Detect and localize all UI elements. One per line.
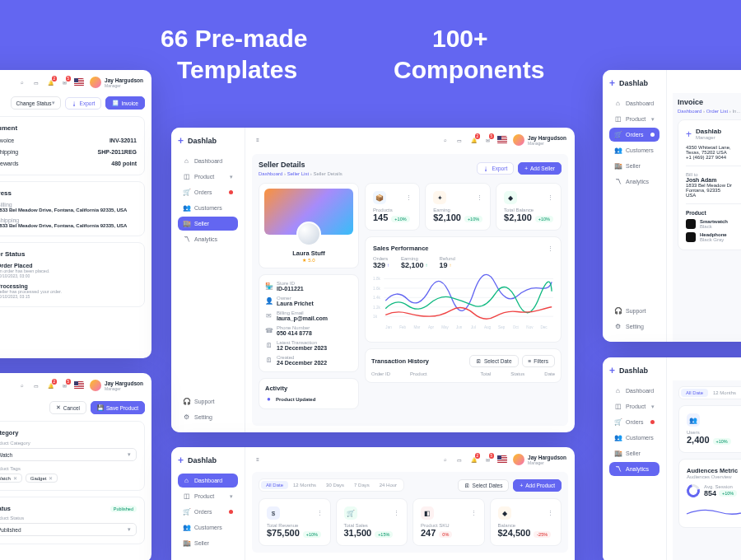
nav-orders[interactable]: 🛒Orders	[178, 505, 238, 519]
nav-orders[interactable]: 🛒Orders	[609, 415, 659, 429]
sales-performance-card: Sales Performance⋮ Orders329↑ Earning$2,…	[365, 236, 562, 343]
svg-text:1.8k: 1.8k	[373, 277, 381, 281]
search-icon[interactable]: ⌕	[18, 381, 26, 390]
calendar-icon[interactable]: ▭	[32, 78, 40, 86]
nav-seller[interactable]: 🏬Seller	[178, 217, 238, 231]
date-tabs[interactable]: All Date 12 Months 3...	[678, 386, 741, 399]
export-button[interactable]: ⭳ Export	[477, 162, 514, 175]
svg-text:Nov: Nov	[526, 325, 534, 329]
nav-product[interactable]: ◫Product▾	[178, 170, 238, 184]
nav-support[interactable]: 🎧Support	[178, 394, 238, 408]
svg-text:Apr: Apr	[428, 325, 435, 329]
search-icon[interactable]: ⌕	[18, 78, 26, 86]
inbox-icon[interactable]: ✉5	[60, 78, 68, 86]
nav-setting[interactable]: ⚙Setting	[609, 320, 659, 334]
save-product-button[interactable]: 💾 Save Product	[91, 401, 145, 414]
svg-text:Aug: Aug	[484, 325, 492, 329]
select-date-button[interactable]: 🗓 Select Date	[469, 355, 519, 367]
add-seller-button[interactable]: + Add Seller	[518, 162, 562, 175]
nav-analytics[interactable]: 〽Analytics	[609, 462, 659, 476]
nav-dashboard[interactable]: ⌂Dashboard	[178, 474, 238, 488]
brand[interactable]: +Dashlab	[178, 136, 238, 146]
inbox-icon[interactable]: ✉5	[60, 381, 68, 390]
nav-dashboard[interactable]: ⌂Dashboard	[178, 154, 238, 168]
stat-sales: 🛒⋮ Total Sales 31,500+15%	[336, 498, 408, 546]
audience-metrics-card: Audiences Metric Audiences Overview Avg.…	[678, 459, 741, 528]
user-menu[interactable]: Jay HargudsonManager	[90, 77, 143, 88]
transaction-history-card: Transaction History 🗓 Select Date ≡ Filt…	[365, 348, 562, 383]
nav-analytics[interactable]: 〽Analytics	[178, 232, 238, 246]
menu-icon[interactable]: ≡	[254, 455, 262, 464]
nav-dashboard[interactable]: ⌂Dashboard	[609, 96, 659, 110]
activity-card: Activity ●Product Updated	[259, 378, 359, 409]
nav-customers[interactable]: 👥Customers	[178, 201, 238, 215]
breadcrumb[interactable]: Dashboard › Order List › In...	[678, 109, 741, 114]
add-product-button[interactable]: + Add Product	[513, 479, 562, 492]
nav-customers[interactable]: 👥Customers	[609, 143, 659, 157]
nav-product[interactable]: ◫Product▾	[609, 112, 659, 126]
menu-icon[interactable]: ≡	[254, 136, 262, 144]
nav-setting[interactable]: ⚙Setting	[178, 410, 238, 424]
nav-analytics[interactable]: 〽Analytics	[609, 175, 659, 189]
panel-analytics: +Dashlab ⌂Dashboard ◫Product▾ 🛒Orders 👥C…	[603, 357, 741, 560]
svg-text:Feb: Feb	[399, 325, 406, 329]
nav-customers[interactable]: 👥Customers	[178, 520, 238, 534]
inbox-icon[interactable]: ✉5	[483, 136, 492, 144]
stat-sku: ◧⋮ Product SKU 2470%	[412, 498, 485, 546]
hero-left-bot: Templates	[177, 56, 297, 84]
document-card: Document 🧾InvoiceINV-32011 🚚ShippingSHP-…	[0, 116, 145, 175]
flag-icon[interactable]	[74, 78, 84, 86]
tag[interactable]: Gadget ✕	[26, 474, 58, 483]
svg-text:Jan: Jan	[385, 325, 392, 329]
user-menu[interactable]: Jay HargudsonManager	[513, 134, 566, 146]
tag[interactable]: Watch ✕	[0, 474, 22, 483]
svg-text:Sep: Sep	[498, 325, 506, 329]
nav-orders[interactable]: 🛒Orders	[609, 128, 659, 142]
svg-text:1.2k: 1.2k	[373, 306, 381, 310]
bell-icon[interactable]: 🔔2	[46, 78, 54, 86]
change-status-select[interactable]: Change Status ▾	[11, 96, 61, 110]
users-card: 👥⋮ Users 2,400+10%	[678, 405, 741, 453]
breadcrumb[interactable]: Dashboard › Seller List › Seller Details	[259, 171, 343, 176]
inbox-icon[interactable]: ✉5	[483, 455, 492, 464]
calendar-icon[interactable]: ▭	[32, 381, 40, 390]
status-card: StatusPublished Product Status Published…	[0, 497, 145, 544]
invoice-item: SmartwatchBlack	[686, 219, 741, 229]
search-icon[interactable]: ⌕	[441, 136, 450, 144]
svg-text:Jun: Jun	[456, 325, 463, 329]
nav-seller[interactable]: 🏬Seller	[178, 536, 238, 550]
filters-button[interactable]: ≡ Filters	[522, 355, 556, 367]
svg-text:Jul: Jul	[471, 325, 476, 329]
status-select[interactable]: Published▾	[0, 523, 137, 536]
stat-balance: ◆⋮ Balance $24,500-25%	[490, 498, 562, 546]
seller-info-card: 🏪Store IDID-011221 👤OwnerLaura Prichet ✉…	[259, 274, 359, 372]
bell-icon[interactable]: 🔔2	[469, 136, 478, 144]
nav-seller[interactable]: 🏬Seller	[609, 446, 659, 460]
nav-support[interactable]: 🎧Support	[609, 304, 659, 318]
calendar-icon[interactable]: ▭	[455, 136, 464, 144]
nav-orders[interactable]: 🛒Orders	[178, 185, 238, 199]
panel-dashboard: +Dashlab ⌂Dashboard ◫Product▾ 🛒Orders 👥C…	[171, 447, 575, 560]
panel-invoice: +Dashlab ⌂Dashboard ◫Product▾ 🛒Orders 👥C…	[603, 70, 741, 342]
more-icon[interactable]: ⋮	[406, 194, 412, 201]
select-dates-button[interactable]: 🗓 Select Dates	[458, 479, 510, 492]
flag-icon[interactable]	[74, 381, 84, 390]
flag-icon[interactable]	[497, 136, 507, 144]
nav-product[interactable]: ◫Product▾	[609, 399, 659, 413]
nav-product[interactable]: ◫Product▾	[178, 489, 238, 503]
hero-left-top: 66 Pre-made	[161, 25, 307, 53]
date-tabs[interactable]: All Date 12 Months 30 Days 7 Days 24 Hou…	[259, 478, 404, 492]
calendar-icon[interactable]: ▭	[455, 455, 464, 464]
search-icon[interactable]: ⌕	[441, 455, 450, 464]
nav-dashboard[interactable]: ⌂Dashboard	[609, 384, 659, 398]
cancel-button[interactable]: ✕ Cancel	[49, 401, 86, 414]
bell-icon[interactable]: 🔔2	[46, 381, 54, 390]
export-button[interactable]: ⭳ Export	[65, 97, 102, 110]
bell-icon[interactable]: 🔔2	[469, 455, 478, 464]
invoice-button[interactable]: 🧾 Invoice	[105, 96, 145, 110]
svg-text:1.4k: 1.4k	[373, 296, 381, 300]
nav-customers[interactable]: 👥Customers	[609, 431, 659, 445]
category-select[interactable]: Watch▾	[0, 448, 137, 461]
doc-row: 🧾InvoiceINV-32011	[0, 137, 137, 144]
nav-seller[interactable]: 🏬Seller	[609, 159, 659, 173]
